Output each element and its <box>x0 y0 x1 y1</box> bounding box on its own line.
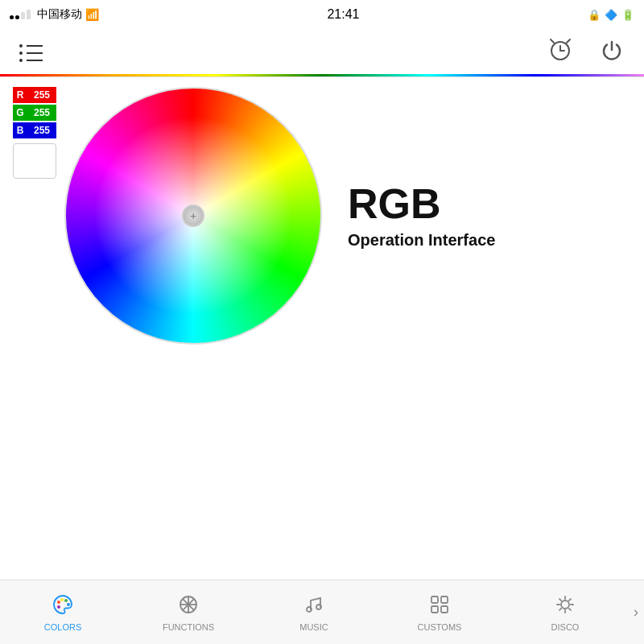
r-row: R 255 <box>13 87 56 103</box>
svg-point-6 <box>60 598 64 601</box>
rainbow-bar <box>0 74 644 76</box>
menu-button[interactable] <box>19 44 43 62</box>
wheel-center: + <box>182 204 204 227</box>
rgb-title: RGB <box>348 183 441 225</box>
carrier-label: 中国移动 <box>37 7 82 22</box>
b-row: B 255 <box>13 122 56 138</box>
b-letter: B <box>13 122 27 138</box>
tab-disco[interactable]: DISCO <box>502 580 628 644</box>
svg-line-4 <box>567 39 570 43</box>
svg-point-8 <box>67 603 70 606</box>
wheel-area: + RGB Operation Interface <box>56 87 495 345</box>
tab-functions[interactable]: FUNCTIONS <box>126 580 251 644</box>
r-value: 255 <box>27 87 56 103</box>
tab-bar: COLORS FUNCTIONS MUSIC <box>0 580 644 644</box>
status-bar: 中国移动 📶 21:41 🔒 🔷 🔋 <box>0 0 644 29</box>
svg-line-3 <box>551 39 554 43</box>
color-wheel-wrapper[interactable]: + <box>64 87 322 345</box>
rgb-controls: R 255 G 255 B 255 + <box>13 87 495 345</box>
g-value: 255 <box>27 105 56 121</box>
color-preview-box <box>13 143 56 179</box>
svg-point-15 <box>307 607 312 612</box>
alarm-icon[interactable] <box>547 37 573 68</box>
status-left: 中国移动 📶 <box>10 7 99 22</box>
svg-point-16 <box>316 605 321 609</box>
tab-customs[interactable]: CUSTOMS <box>377 580 502 644</box>
disco-icon <box>554 593 576 619</box>
battery-icon: 🔋 <box>621 9 634 21</box>
svg-point-5 <box>57 601 60 604</box>
disco-tab-label: DISCO <box>551 622 580 632</box>
functions-icon <box>177 593 200 619</box>
r-letter: R <box>13 87 27 103</box>
functions-tab-label: FUNCTIONS <box>163 622 214 632</box>
time-display: 21:41 <box>327 7 359 22</box>
lock-icon: 🔒 <box>588 9 601 21</box>
svg-point-21 <box>561 601 569 609</box>
g-letter: G <box>13 105 27 121</box>
rgb-subtitle: Operation Interface <box>348 231 495 250</box>
b-value: 255 <box>27 122 56 138</box>
tab-scroll-arrow[interactable]: › <box>628 580 644 644</box>
wifi-icon: 📶 <box>85 8 99 21</box>
svg-rect-19 <box>431 606 438 613</box>
tab-colors[interactable]: COLORS <box>0 580 126 644</box>
svg-point-7 <box>64 599 68 602</box>
colors-tab-label: COLORS <box>44 622 81 632</box>
svg-rect-20 <box>441 606 448 613</box>
bluetooth-icon: 🔷 <box>605 9 617 21</box>
colors-icon <box>52 593 74 619</box>
rgb-label-group: R 255 G 255 B 255 <box>13 87 56 179</box>
rgb-info: RGB Operation Interface <box>322 183 495 250</box>
status-right: 🔒 🔷 🔋 <box>588 9 634 21</box>
svg-rect-17 <box>431 597 438 603</box>
main-content: R 255 G 255 B 255 + <box>0 77 644 580</box>
nav-bar <box>0 29 644 77</box>
power-icon[interactable] <box>599 37 625 68</box>
signal-dots <box>10 10 31 19</box>
svg-rect-18 <box>441 597 448 603</box>
tab-music[interactable]: MUSIC <box>251 580 377 644</box>
music-tab-label: MUSIC <box>299 622 328 632</box>
customs-tab-label: CUSTOMS <box>418 622 462 632</box>
svg-point-9 <box>57 605 60 609</box>
customs-icon <box>428 593 451 619</box>
music-icon <box>303 593 325 619</box>
g-row: G 255 <box>13 105 56 121</box>
color-wheel[interactable]: + <box>64 87 322 345</box>
